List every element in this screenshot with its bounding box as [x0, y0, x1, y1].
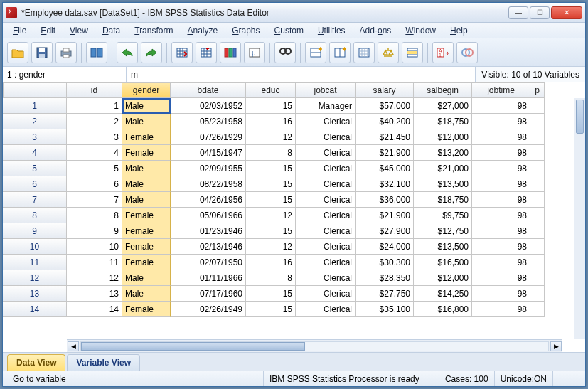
cell-educ[interactable]: 15	[246, 176, 296, 192]
menu-file[interactable]: File	[7, 24, 32, 37]
column-header-p[interactable]: p	[530, 82, 545, 98]
cell-educ[interactable]: 16	[246, 114, 296, 129]
cell-salary[interactable]: $40,200	[356, 114, 414, 129]
cell-educ[interactable]: 16	[246, 255, 296, 270]
cell-salary[interactable]: $21,900	[356, 145, 414, 161]
cell-jobcat[interactable]: Clerical	[296, 161, 356, 176]
cell-gender[interactable]: Female	[122, 129, 171, 145]
cell-salary[interactable]: $30,300	[356, 255, 414, 270]
cell-gender[interactable]: Female	[122, 145, 171, 161]
cell-jobtime[interactable]: 98	[472, 286, 530, 302]
cell-bdate[interactable]: 02/13/1946	[171, 239, 246, 255]
cell-partial[interactable]	[530, 129, 545, 145]
cell-bdate[interactable]: 01/23/1946	[171, 223, 246, 239]
variables-icon[interactable]	[220, 42, 241, 63]
row-header[interactable]: 11	[3, 255, 67, 270]
cell-salbegin[interactable]: $9,750	[414, 208, 472, 223]
row-header[interactable]: 1	[3, 98, 67, 114]
cell-gender[interactable]: Male	[122, 161, 171, 176]
cell-partial[interactable]	[530, 255, 545, 270]
row-header[interactable]: 2	[3, 114, 67, 129]
cell-jobcat[interactable]: Manager	[296, 98, 356, 114]
cell-id[interactable]: 12	[67, 270, 122, 286]
tab-data-view[interactable]: Data View	[7, 354, 65, 371]
row-header[interactable]: 8	[3, 208, 67, 223]
insert-variable-icon[interactable]: ✦	[329, 42, 351, 63]
cell-jobtime[interactable]: 98	[472, 192, 530, 208]
cell-salbegin[interactable]: $12,000	[414, 129, 472, 145]
menu-addons[interactable]: Add-ons	[354, 24, 397, 37]
maximize-button[interactable]: ☐	[530, 6, 550, 19]
cell-id[interactable]: 5	[67, 161, 122, 176]
vertical-scrollbar[interactable]	[574, 98, 585, 339]
cell-salbegin[interactable]: $27,000	[414, 98, 472, 114]
cell-gender[interactable]: Female	[122, 302, 171, 317]
cell-educ[interactable]: 12	[246, 239, 296, 255]
row-header[interactable]: 6	[3, 176, 67, 192]
horizontal-scrollbar[interactable]: ◀ ▶	[67, 339, 562, 352]
use-sets-icon[interactable]	[456, 42, 478, 63]
cell-jobcat[interactable]: Clerical	[296, 302, 356, 317]
column-header-educ[interactable]: educ	[246, 82, 296, 98]
cell-gender[interactable]: Female	[122, 208, 171, 223]
cell-bdate[interactable]: 07/17/1960	[171, 286, 246, 302]
cell-bdate[interactable]: 02/03/1952	[171, 98, 246, 114]
menu-analyze[interactable]: Analyze	[181, 24, 223, 37]
cell-partial[interactable]	[530, 239, 545, 255]
cell-salbegin[interactable]: $12,750	[414, 223, 472, 239]
row-header[interactable]: 7	[3, 192, 67, 208]
cell-salary[interactable]: $21,450	[356, 129, 414, 145]
run-descriptives-icon[interactable]: μ	[244, 42, 265, 63]
column-header-salary[interactable]: salary	[356, 82, 414, 98]
cell-partial[interactable]	[530, 98, 545, 114]
menu-help[interactable]: Help	[444, 24, 474, 37]
cell-partial[interactable]	[530, 208, 545, 223]
cell-bdate[interactable]: 05/06/1966	[171, 208, 246, 223]
cell-bdate[interactable]: 04/26/1956	[171, 192, 246, 208]
row-header[interactable]: 14	[3, 302, 67, 317]
cell-id[interactable]: 4	[67, 145, 122, 161]
menu-utilities[interactable]: Utilities	[312, 24, 351, 37]
data-grid[interactable]: idgenderbdateeducjobcatsalarysalbeginjob…	[3, 82, 585, 317]
cell-jobcat[interactable]: Clerical	[296, 239, 356, 255]
cell-id[interactable]: 13	[67, 286, 122, 302]
cell-jobtime[interactable]: 98	[472, 208, 530, 223]
cell-bdate[interactable]: 05/23/1958	[171, 114, 246, 129]
cell-educ[interactable]: 15	[246, 286, 296, 302]
cell-jobtime[interactable]: 98	[472, 239, 530, 255]
cell-jobtime[interactable]: 98	[472, 114, 530, 129]
split-file-icon[interactable]	[353, 42, 375, 63]
menu-custom[interactable]: Custom	[269, 24, 309, 37]
print-icon[interactable]	[55, 42, 77, 63]
cell-educ[interactable]: 15	[246, 192, 296, 208]
cell-educ[interactable]: 15	[246, 223, 296, 239]
cell-value-input[interactable]: m	[127, 70, 475, 80]
cell-gender[interactable]: Female	[122, 255, 171, 270]
cell-educ[interactable]: 8	[246, 270, 296, 286]
row-header[interactable]: 9	[3, 223, 67, 239]
cell-salary[interactable]: $27,750	[356, 286, 414, 302]
cell-salary[interactable]: $24,000	[356, 239, 414, 255]
tab-variable-view[interactable]: Variable View	[67, 354, 140, 371]
cell-jobtime[interactable]: 98	[472, 270, 530, 286]
goto-case-icon[interactable]	[171, 42, 193, 63]
cell-salbegin[interactable]: $18,750	[414, 114, 472, 129]
column-header-bdate[interactable]: bdate	[171, 82, 246, 98]
menu-view[interactable]: View	[64, 24, 94, 37]
cell-id[interactable]: 6	[67, 176, 122, 192]
find-icon[interactable]	[274, 42, 296, 63]
grid-corner[interactable]	[3, 82, 67, 98]
cell-jobtime[interactable]: 98	[472, 255, 530, 270]
row-header[interactable]: 13	[3, 286, 67, 302]
cell-id[interactable]: 2	[67, 114, 122, 129]
cell-educ[interactable]: 12	[246, 129, 296, 145]
cell-gender[interactable]: Female	[122, 223, 171, 239]
cell-educ[interactable]: 15	[246, 302, 296, 317]
menu-transform[interactable]: Transform	[129, 24, 178, 37]
scroll-left-icon[interactable]: ◀	[68, 341, 79, 351]
menu-graphs[interactable]: Graphs	[226, 24, 265, 37]
redo-icon[interactable]	[141, 42, 162, 63]
cell-salbegin[interactable]: $13,500	[414, 176, 472, 192]
cell-jobtime[interactable]: 98	[472, 98, 530, 114]
cell-jobcat[interactable]: Clerical	[296, 286, 356, 302]
